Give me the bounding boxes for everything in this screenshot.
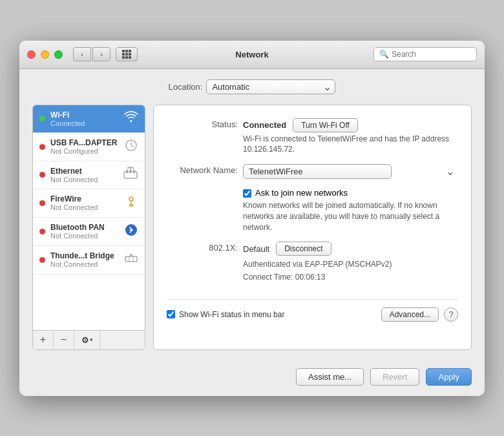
main-panel: Wi-Fi Connected [32,105,472,350]
add-network-button[interactable]: + [33,330,54,349]
svg-rect-15 [125,256,137,262]
footer: Assist me... Revert Apply [19,360,485,396]
sidebar-item-firewire[interactable]: FireWire Not Connected [33,189,145,218]
sidebar-item-firewire-status: Not Connected [50,203,119,211]
grid-icon [122,50,131,59]
show-wifi-checkbox[interactable] [167,310,175,318]
fullscreen-button[interactable] [54,50,63,59]
network-select-wrap: TelenetWiFree Other... ⌄ [243,164,458,179]
sidebar-item-ethernet-status: Not Connected [50,176,118,183]
show-wifi-checkbox-row: Show Wi-Fi status in menu bar [167,310,284,319]
network-sidebar: Wi-Fi Connected [32,105,145,350]
back-button[interactable]: ‹ [73,47,91,61]
search-box[interactable]: 🔍 [373,47,477,61]
status-dot-usb [39,144,45,150]
window-title: Network [235,50,268,59]
turn-wifi-off-button[interactable]: Turn Wi-Fi Off [293,118,358,132]
sidebar-item-bluetooth-status: Not Connected [50,232,119,240]
gear-chevron-icon: ▾ [90,337,93,343]
network-name-row: Network Name: TelenetWiFree Other... ⌄ [167,164,458,179]
dot8021x-label: 802.1X: [167,242,238,253]
status-row: Status: Connected Turn Wi-Fi Off Wi-Fi i… [167,118,458,156]
auth-info: Authenticated via EAP-PEAP (MSCHAPv2) Co… [243,258,458,283]
wifi-icon [124,111,138,126]
forward-button[interactable]: › [92,47,110,61]
ask-join-checkbox-row: Ask to join new networks [243,188,458,198]
status-dot-bluetooth [39,229,45,234]
close-button[interactable] [27,50,36,59]
revert-button[interactable]: Revert [370,368,419,386]
apps-button[interactable] [116,47,138,61]
status-dot-thunderbolt [39,257,45,263]
sidebar-item-thunderbolt[interactable]: Thunde...t Bridge Not Connected [33,246,145,275]
network-settings-button[interactable]: ⚙ ▾ [74,330,100,349]
usb-icon [124,138,138,156]
dot8021x-row: 802.1X: Default Disconnect Authenticated… [167,242,458,283]
sidebar-list: Wi-Fi Connected [33,105,145,330]
apply-button[interactable]: Apply [426,368,472,386]
bluetooth-icon [124,223,138,240]
help-button[interactable]: ? [444,307,458,322]
thunder-icon [124,251,138,269]
search-input[interactable] [392,50,471,59]
status-dot-firewire [39,200,45,206]
dot8021x-value: Default [243,244,269,254]
nav-buttons: ‹ › [73,47,110,61]
sidebar-item-wifi[interactable]: Wi-Fi Connected [33,105,145,133]
svg-point-9 [129,197,133,201]
gear-icon: ⚙ [81,335,89,345]
status-dot-wifi [39,116,45,121]
disconnect-button[interactable]: Disconnect [276,242,331,256]
sidebar-item-wifi-name: Wi-Fi [50,110,119,119]
status-description: Wi-Fi is connected to TelenetWiFree and … [243,134,458,156]
sidebar-item-bluetooth[interactable]: Bluetooth PAN Not Connected [33,218,145,246]
ask-join-row: Ask to join new networks Known networks … [167,188,458,233]
assist-me-button[interactable]: Assist me... [296,368,364,386]
location-row: Location: Automatic Home Work Edit Locat… [32,79,472,94]
sidebar-toolbar: + − ⚙ ▾ [33,330,145,349]
ethernet-icon [123,167,138,183]
network-name-select[interactable]: TelenetWiFree Other... [243,164,392,179]
detail-panel: Status: Connected Turn Wi-Fi Off Wi-Fi i… [153,105,472,350]
sidebar-item-usb-name: USB FA...DAPTER [50,138,119,147]
location-select-wrap: Automatic Home Work Edit Locations... ⌄ [206,79,335,94]
traffic-lights [27,50,63,59]
firewire-icon [124,194,138,212]
status-label: Status: [167,118,238,129]
sidebar-item-firewire-name: FireWire [50,194,119,203]
auth-line1: Authenticated via EAP-PEAP (MSCHAPv2) [243,258,458,271]
auth-line2: Connect Time: 00:06:13 [243,271,458,284]
status-value: Connected [243,120,286,130]
ask-join-description: Known networks will be joined automatica… [243,200,458,233]
location-label: Location: [169,82,203,92]
sidebar-item-ethernet-name: Ethernet [50,167,118,176]
sidebar-item-ethernet[interactable]: Ethernet Not Connected [33,161,145,189]
status-dot-ethernet [39,172,45,178]
ask-join-checkbox[interactable] [243,189,251,198]
detail-bottom: Show Wi-Fi status in menu bar Advanced..… [167,299,458,322]
sidebar-item-thunderbolt-status: Not Connected [50,260,119,268]
sidebar-item-thunderbolt-name: Thunde...t Bridge [50,251,119,260]
search-icon: 🔍 [379,50,389,59]
svg-point-18 [130,254,132,256]
location-select[interactable]: Automatic Home Work Edit Locations... [206,79,335,94]
sidebar-item-bluetooth-name: Bluetooth PAN [50,223,119,232]
sidebar-item-wifi-status: Connected [50,119,119,127]
titlebar: ‹ › Network 🔍 [19,41,485,69]
sidebar-item-usb-status: Not Configured [50,147,119,155]
minimize-button[interactable] [41,50,49,59]
svg-rect-4 [133,170,135,173]
ask-join-label[interactable]: Ask to join new networks [255,188,348,198]
network-name-label: Network Name: [167,164,238,175]
network-select-arrow: ⌄ [446,165,454,178]
advanced-button[interactable]: Advanced... [381,307,439,322]
remove-network-button[interactable]: − [54,330,74,349]
svg-rect-3 [130,170,132,173]
svg-rect-2 [126,170,128,173]
show-wifi-label[interactable]: Show Wi-Fi status in menu bar [179,310,284,319]
sidebar-item-usb[interactable]: USB FA...DAPTER Not Configured [33,133,145,161]
